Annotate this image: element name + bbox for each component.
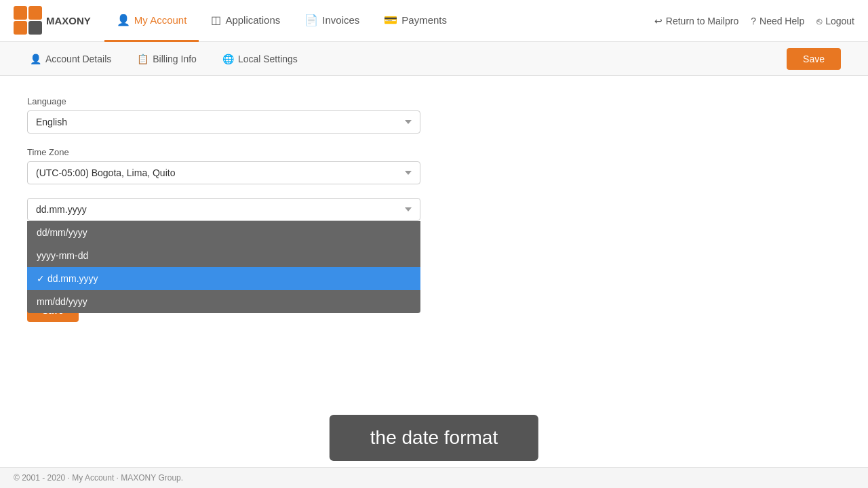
- date-format-trigger[interactable]: dd.mm.yyyy: [27, 198, 420, 221]
- nav-tab-applications[interactable]: ◫ Applications: [199, 0, 292, 42]
- main-nav: 👤 My Account ◫ Applications 📄 Invoices 💳…: [104, 0, 654, 41]
- sub-nav-left: 👤 Account Details 📋 Billing Info 🌐 Local…: [27, 54, 300, 64]
- nav-tab-payments[interactable]: 💳 Payments: [372, 0, 459, 42]
- logout-icon: ⎋: [816, 16, 822, 26]
- logo-text: MAXONY: [46, 15, 91, 26]
- main-content: Language English French German Spanish I…: [0, 76, 475, 342]
- nav-tab-applications-label: Applications: [225, 14, 280, 26]
- sub-nav-billing-info[interactable]: 📋 Billing Info: [134, 54, 199, 64]
- account-details-icon: 👤: [30, 54, 41, 64]
- return-label: Return to Mailpro: [666, 16, 738, 26]
- need-help-button[interactable]: ? Need Help: [751, 16, 804, 26]
- save-button-top[interactable]: Save: [787, 48, 841, 70]
- date-format-option-mm-dd-yyyy[interactable]: mm/dd/yyyy: [27, 290, 420, 313]
- nav-tab-my-account[interactable]: 👤 My Account: [104, 0, 199, 42]
- header: MAXONY 👤 My Account ◫ Applications 📄 Inv…: [0, 0, 868, 42]
- nav-tab-invoices-label: Invoices: [322, 14, 359, 26]
- logo: MAXONY: [14, 6, 91, 36]
- svg-rect-2: [14, 21, 27, 35]
- date-format-group: dd.mm.yyyy dd/mm/yyyy yyyy-mm-dd dd.mm.y…: [27, 198, 448, 221]
- local-settings-icon: 🌐: [222, 54, 234, 64]
- sub-nav-account-details[interactable]: 👤 Account Details: [27, 54, 114, 64]
- invoices-icon: 📄: [304, 14, 318, 26]
- nav-tab-my-account-label: My Account: [134, 14, 187, 26]
- date-format-menu: dd/mm/yyyy yyyy-mm-dd dd.mm.yyyy mm/dd/y…: [27, 221, 420, 313]
- local-settings-label: Local Settings: [238, 54, 298, 64]
- billing-info-label: Billing Info: [153, 54, 197, 64]
- logout-label: Logout: [825, 16, 854, 26]
- return-to-mailpro-button[interactable]: ↩ Return to Mailpro: [654, 16, 738, 26]
- help-label: Need Help: [760, 16, 804, 26]
- language-select[interactable]: English French German Spanish Italian: [27, 110, 420, 134]
- my-account-icon: 👤: [117, 14, 130, 26]
- account-details-label: Account Details: [45, 54, 111, 64]
- date-format-option-dd-mm-yyyy-slash[interactable]: dd/mm/yyyy: [27, 221, 420, 244]
- logo-icon: [14, 6, 43, 36]
- svg-rect-1: [28, 6, 42, 20]
- language-label: Language: [27, 96, 448, 106]
- sub-nav: 👤 Account Details 📋 Billing Info 🌐 Local…: [0, 42, 868, 76]
- timezone-label: Time Zone: [27, 147, 448, 157]
- applications-icon: ◫: [211, 14, 221, 26]
- payments-icon: 💳: [384, 14, 397, 26]
- nav-tab-invoices[interactable]: 📄 Invoices: [292, 0, 372, 42]
- svg-rect-0: [14, 6, 27, 20]
- date-format-dropdown-container: dd.mm.yyyy dd/mm/yyyy yyyy-mm-dd dd.mm.y…: [27, 198, 420, 221]
- svg-rect-3: [28, 21, 42, 35]
- help-icon: ?: [751, 16, 756, 26]
- billing-info-icon: 📋: [137, 54, 149, 64]
- nav-tab-payments-label: Payments: [401, 14, 447, 26]
- date-format-value: dd.mm.yyyy: [36, 204, 87, 215]
- date-format-option-yyyy-mm-dd[interactable]: yyyy-mm-dd: [27, 244, 420, 267]
- timezone-select[interactable]: (UTC-05:00) Bogota, Lima, Quito: [27, 161, 420, 184]
- timezone-group: Time Zone (UTC-05:00) Bogota, Lima, Quit…: [27, 147, 448, 184]
- header-right: ↩ Return to Mailpro ? Need Help ⎋ Logout: [654, 16, 854, 26]
- return-icon: ↩: [654, 16, 663, 26]
- date-format-option-dd-mm-yyyy-dot[interactable]: dd.mm.yyyy: [27, 267, 420, 290]
- language-group: Language English French German Spanish I…: [27, 96, 448, 134]
- sub-nav-local-settings[interactable]: 🌐 Local Settings: [220, 54, 300, 64]
- logout-button[interactable]: ⎋ Logout: [816, 16, 854, 26]
